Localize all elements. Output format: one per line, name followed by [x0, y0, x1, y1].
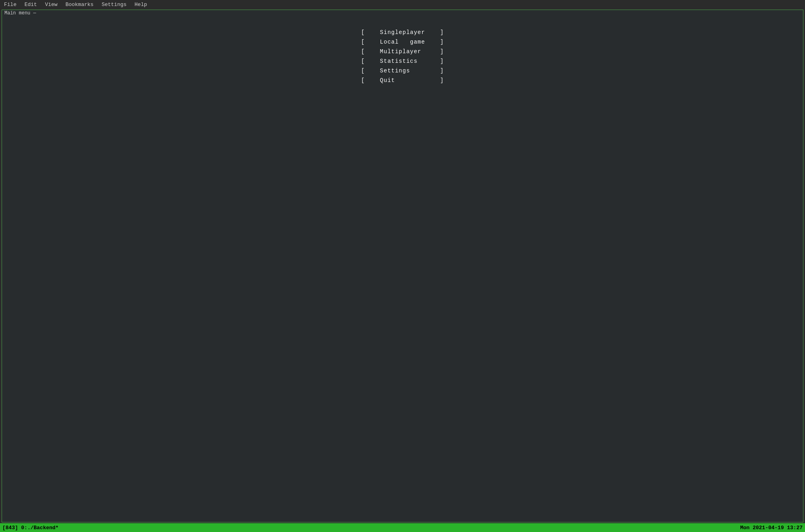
- menubar-item-settings[interactable]: Settings: [100, 1, 128, 8]
- terminal-titlebar: Main menu ─: [2, 10, 803, 16]
- menu-button-1[interactable]: [ Local game ]: [361, 38, 444, 46]
- menu-button-3[interactable]: [ Statistics ]: [361, 57, 444, 65]
- top-menubar: FileEditViewBookmarksSettingsHelp: [0, 0, 805, 9]
- menu-container: [ Singleplayer ][ Local game ][ Multipla…: [361, 28, 444, 84]
- status-right: Mon 2021-04-19 13:27: [740, 525, 803, 531]
- menubar-item-view[interactable]: View: [43, 1, 59, 8]
- menu-button-0[interactable]: [ Singleplayer ]: [361, 28, 444, 36]
- menu-button-5[interactable]: [ Quit ]: [361, 76, 444, 84]
- status-left: [843] 0:./Backend*: [2, 525, 58, 531]
- terminal-content: [ Singleplayer ][ Local game ][ Multipla…: [2, 16, 803, 522]
- menubar-item-help[interactable]: Help: [133, 1, 148, 8]
- status-bar: [843] 0:./Backend* Mon 2021-04-19 13:27: [0, 523, 805, 532]
- terminal-window: Main menu ─ [ Singleplayer ][ Local game…: [2, 10, 803, 522]
- terminal-title: Main menu: [4, 10, 30, 16]
- menu-button-4[interactable]: [ Settings ]: [361, 67, 444, 75]
- menubar-item-edit[interactable]: Edit: [23, 1, 38, 8]
- menubar-item-file[interactable]: File: [2, 1, 18, 8]
- menu-button-2[interactable]: [ Multiplayer ]: [361, 48, 444, 56]
- title-dash: ─: [33, 10, 36, 16]
- menubar-item-bookmarks[interactable]: Bookmarks: [64, 1, 95, 8]
